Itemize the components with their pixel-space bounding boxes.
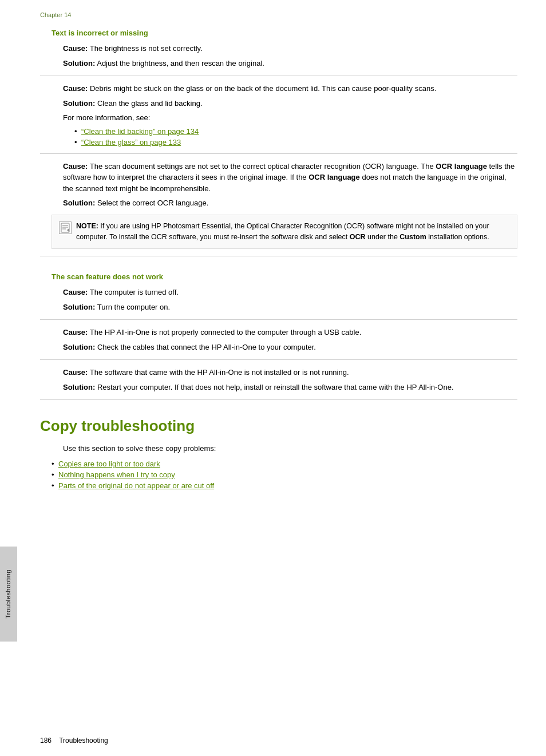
cause-text-3: The scan document settings are not set t…	[88, 162, 436, 171]
sidebar-label: Troubleshooting	[0, 547, 17, 642]
scan-entry-3: Cause: The software that came with the H…	[63, 367, 517, 393]
copy-link-2[interactable]: Nothing happens when I try to copy	[58, 470, 175, 479]
link-item-2[interactable]: “Clean the glass” on page 133	[74, 138, 517, 147]
cause-line-2: Cause: Debris might be stuck on the glas…	[63, 83, 517, 94]
solution-label-3: Solution:	[63, 199, 95, 207]
scan-solution-1: Solution: Turn the computer on.	[63, 302, 517, 313]
scan-solution-text-2: Check the cables that connect the HP All…	[95, 343, 316, 351]
extra-text-2: For more information, see:	[63, 112, 517, 124]
cause-label-2: Cause:	[63, 84, 88, 93]
link-item-1[interactable]: “Clean the lid backing” on page 134	[74, 127, 517, 136]
spacer-1	[40, 263, 517, 272]
copy-links-list: Copies are too light or too dark Nothing…	[52, 460, 517, 490]
scan-entry-2: Cause: The HP All-in-One is not properly…	[63, 327, 517, 353]
scan-solution-text-3: Restart your computer. If that does not …	[95, 383, 453, 391]
page-footer: 186 Troubleshooting	[40, 737, 108, 745]
scan-solution-3: Solution: Restart your computer. If that…	[63, 382, 517, 393]
cause-line-3: Cause: The scan document settings are no…	[63, 161, 517, 195]
divider-2	[40, 153, 517, 154]
cause-text-1: The brightness is not set correctly.	[88, 44, 202, 53]
scan-entry-1: Cause: The computer is turned off. Solut…	[63, 287, 517, 312]
solution-text-3: Select the correct OCR language.	[95, 199, 208, 207]
scan-cause-2: Cause: The HP All-in-One is not properly…	[63, 327, 517, 338]
solution-line-2: Solution: Clean the glass and lid backin…	[63, 98, 517, 109]
divider-5	[40, 359, 517, 360]
note-icon	[59, 221, 72, 234]
cause-line-1: Cause: The brightness is not set correct…	[63, 43, 517, 54]
entry-3: Cause: The scan document settings are no…	[63, 161, 517, 209]
sidebar: Troubleshooting	[0, 0, 17, 756]
scan-solution-label-2: Solution:	[63, 343, 95, 351]
divider-6	[40, 399, 517, 400]
scan-solution-text-1: Turn the computer on.	[95, 303, 170, 311]
scan-cause-3: Cause: The software that came with the H…	[63, 367, 517, 378]
scan-cause-1: Cause: The computer is turned off.	[63, 287, 517, 298]
solution-text-1: Adjust the brightness, and then rescan t…	[95, 59, 264, 68]
cause-bold1-3: OCR language	[436, 162, 487, 171]
note-bold1: OCR	[350, 233, 366, 241]
scan-solution-label-3: Solution:	[63, 383, 95, 391]
scan-cause-label-1: Cause:	[63, 288, 88, 296]
solution-line-1: Solution: Adjust the brightness, and the…	[63, 58, 517, 69]
copy-link-item-1[interactable]: Copies are too light or too dark	[52, 460, 517, 468]
entry-1: Cause: The brightness is not set correct…	[63, 43, 517, 69]
scan-cause-text-3: The software that came with the HP All-i…	[88, 368, 349, 377]
copy-intro: Use this section to solve these copy pro…	[63, 443, 517, 455]
cause-text-2: Debris might be stuck on the glass or on…	[88, 84, 436, 93]
copy-section: Copy troubleshooting Use this section to…	[40, 417, 517, 490]
copy-link-1[interactable]: Copies are too light or too dark	[58, 460, 160, 468]
copy-link-item-2[interactable]: Nothing happens when I try to copy	[52, 470, 517, 479]
note-label: NOTE:	[76, 222, 98, 230]
section1-heading: Text is incorrect or missing	[52, 29, 517, 37]
solution-text-2: Clean the glass and lid backing.	[95, 99, 202, 108]
note-bold2: Custom	[399, 233, 426, 241]
links-list-2: “Clean the lid backing” on page 134 “Cle…	[74, 127, 517, 147]
entry-2: Cause: Debris might be stuck on the glas…	[63, 83, 517, 147]
link-1[interactable]: “Clean the lid backing” on page 134	[81, 127, 199, 136]
scan-cause-label-3: Cause:	[63, 368, 88, 377]
note-mid: under the	[366, 233, 400, 241]
cause-bold2-3: OCR language	[308, 173, 360, 181]
note-text: NOTE: If you are using HP Photosmart Ess…	[76, 221, 510, 243]
cause-label-3: Cause:	[63, 162, 88, 171]
note-block: NOTE: If you are using HP Photosmart Ess…	[52, 215, 517, 250]
scan-solution-label-1: Solution:	[63, 303, 95, 311]
chapter-label: Chapter 14	[40, 11, 517, 18]
scan-cause-label-2: Cause:	[63, 328, 88, 337]
solution-line-3: Solution: Select the correct OCR languag…	[63, 197, 517, 209]
note-svg-icon	[60, 223, 70, 233]
scan-solution-2: Solution: Check the cables that connect …	[63, 342, 517, 353]
divider-1	[40, 76, 517, 76]
main-content: Chapter 14 Text is incorrect or missing …	[17, 0, 546, 756]
section2-heading: The scan feature does not work	[52, 272, 517, 281]
link-2[interactable]: “Clean the glass” on page 133	[81, 138, 181, 147]
copy-heading: Copy troubleshooting	[40, 417, 517, 435]
note-end: installation options.	[426, 233, 489, 241]
solution-label-1: Solution:	[63, 59, 95, 68]
divider-4	[40, 319, 517, 320]
scan-cause-text-1: The computer is turned off.	[88, 288, 179, 296]
footer-label: Troubleshooting	[59, 737, 108, 745]
copy-link-3[interactable]: Parts of the original do not appear or a…	[58, 481, 214, 490]
solution-label-2: Solution:	[63, 99, 95, 108]
cause-label-1: Cause:	[63, 44, 88, 53]
page-number: 186	[40, 737, 52, 745]
divider-3	[40, 256, 517, 256]
scan-cause-text-2: The HP All-in-One is not properly connec…	[88, 328, 361, 337]
copy-link-item-3[interactable]: Parts of the original do not appear or a…	[52, 481, 517, 490]
